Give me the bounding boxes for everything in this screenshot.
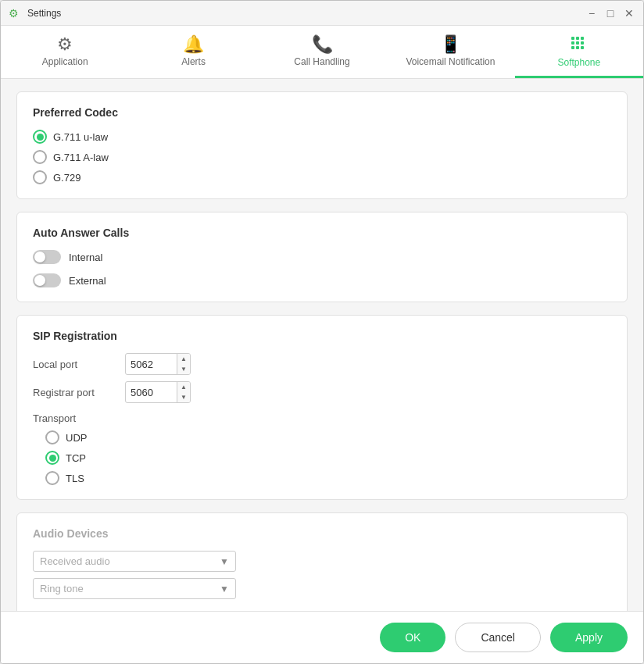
received-audio-dropdown[interactable]: Received audio ▼: [33, 551, 236, 572]
transport-label: Transport: [33, 412, 611, 424]
codec-g711u-radio[interactable]: [33, 130, 47, 144]
ring-tone-label: Ring tone: [40, 583, 84, 594]
sip-fields: Local port ▲ ▼ Registrar port ▲: [33, 353, 611, 403]
tab-application-label: Application: [42, 56, 88, 67]
external-toggle-label: External: [69, 275, 106, 287]
preferred-codec-title: Preferred Codec: [33, 106, 611, 119]
tab-voicemail[interactable]: 📱 Voicemail Notification: [386, 26, 514, 78]
svg-rect-0: [571, 37, 574, 40]
ring-tone-dropdown[interactable]: Ring tone ▼: [33, 578, 236, 599]
codec-g711a-label: G.711 A-law: [53, 152, 109, 163]
tab-alerts-label: Alerts: [181, 56, 206, 67]
registrar-port-label: Registrar port: [33, 387, 119, 398]
preferred-codec-card: Preferred Codec G.711 u-law G.711 A-law …: [16, 91, 628, 199]
softphone-tab-icon: [570, 35, 589, 54]
transport-tls-label: TLS: [66, 473, 84, 484]
audio-devices-card: Audio Devices Received audio ▼ Ring tone…: [16, 512, 628, 611]
window-title: Settings: [27, 8, 585, 19]
tab-softphone-label: Softphone: [557, 57, 600, 68]
registrar-port-input-wrap: ▲ ▼: [125, 381, 191, 403]
transport-udp-radio[interactable]: [45, 430, 59, 444]
svg-rect-4: [576, 41, 579, 45]
svg-rect-3: [571, 41, 574, 45]
tab-alerts[interactable]: 🔔 Alerts: [129, 26, 257, 78]
settings-window: ⚙ Settings − □ ✕ ⚙ Application 🔔 Alerts …: [0, 0, 644, 664]
external-toggle[interactable]: [33, 273, 61, 287]
window-controls: − □ ✕: [585, 7, 635, 20]
auto-answer-internal: Internal: [33, 250, 611, 264]
codec-g711a[interactable]: G.711 A-law: [33, 150, 611, 164]
maximize-button[interactable]: □: [604, 7, 617, 20]
codec-g711u[interactable]: G.711 u-law: [33, 130, 611, 144]
codec-g729[interactable]: G.729: [33, 170, 611, 184]
codec-radio-group: G.711 u-law G.711 A-law G.729: [33, 130, 611, 184]
voicemail-tab-icon: 📱: [440, 36, 461, 53]
transport-tls-radio[interactable]: [45, 471, 59, 485]
received-audio-arrow-icon: ▼: [220, 556, 229, 567]
ring-tone-arrow-icon: ▼: [220, 584, 229, 594]
sip-registration-card: SIP Registration Local port ▲ ▼ Registra…: [16, 315, 628, 500]
app-icon: ⚙: [9, 7, 21, 20]
alerts-tab-icon: 🔔: [183, 36, 204, 53]
svg-rect-7: [576, 46, 579, 49]
registrar-port-field: Registrar port ▲ ▼: [33, 381, 611, 403]
transport-udp[interactable]: UDP: [45, 430, 611, 444]
local-port-input[interactable]: [126, 356, 177, 373]
svg-rect-1: [576, 37, 579, 40]
internal-toggle[interactable]: [33, 250, 61, 264]
transport-radio-group: UDP TCP TLS: [33, 430, 611, 485]
received-audio-label: Received audio: [40, 555, 110, 567]
call-handling-tab-icon: 📞: [312, 36, 333, 53]
minimize-button[interactable]: −: [585, 7, 598, 20]
registrar-port-input[interactable]: [126, 384, 177, 401]
sip-registration-title: SIP Registration: [33, 330, 611, 342]
auto-answer-title: Auto Answer Calls: [33, 227, 611, 239]
tab-application[interactable]: ⚙ Application: [1, 26, 129, 78]
ok-button[interactable]: OK: [380, 623, 445, 652]
tab-call-handling-label: Call Handling: [294, 56, 349, 67]
cancel-button[interactable]: Cancel: [455, 623, 541, 652]
transport-tcp-radio[interactable]: [45, 451, 59, 465]
local-port-down[interactable]: ▼: [177, 364, 190, 374]
svg-rect-2: [581, 37, 584, 40]
codec-g729-label: G.729: [53, 172, 80, 184]
apply-button[interactable]: Apply: [550, 623, 628, 652]
svg-rect-5: [581, 41, 584, 45]
tab-softphone[interactable]: Softphone: [515, 26, 643, 78]
audio-devices-title: Audio Devices: [33, 527, 611, 540]
title-bar: ⚙ Settings − □ ✕: [1, 1, 643, 26]
local-port-field: Local port ▲ ▼: [33, 353, 611, 375]
close-button[interactable]: ✕: [623, 7, 635, 20]
auto-answer-card: Auto Answer Calls Internal External: [16, 212, 628, 302]
svg-rect-8: [581, 46, 584, 49]
transport-tcp-label: TCP: [66, 452, 86, 464]
auto-answer-external: External: [33, 273, 611, 287]
application-tab-icon: ⚙: [57, 36, 73, 53]
transport-udp-label: UDP: [66, 432, 87, 444]
internal-toggle-label: Internal: [69, 252, 102, 263]
codec-g729-radio[interactable]: [33, 170, 47, 184]
codec-g711u-label: G.711 u-law: [53, 131, 108, 143]
tab-call-handling[interactable]: 📞 Call Handling: [258, 26, 386, 78]
transport-tls[interactable]: TLS: [45, 471, 611, 485]
local-port-up[interactable]: ▲: [177, 354, 190, 364]
local-port-label: Local port: [33, 359, 119, 370]
svg-rect-6: [571, 46, 574, 49]
footer: OK Cancel Apply: [1, 611, 643, 663]
registrar-port-up[interactable]: ▲: [177, 382, 190, 392]
content-area: Preferred Codec G.711 u-law G.711 A-law …: [1, 79, 643, 611]
registrar-port-down[interactable]: ▼: [177, 392, 190, 402]
auto-answer-toggle-group: Internal External: [33, 250, 611, 287]
registrar-port-spinners: ▲ ▼: [177, 382, 190, 402]
local-port-input-wrap: ▲ ▼: [125, 353, 191, 375]
tab-voicemail-label: Voicemail Notification: [406, 56, 495, 67]
transport-tcp[interactable]: TCP: [45, 451, 611, 465]
local-port-spinners: ▲ ▼: [177, 354, 190, 374]
codec-g711a-radio[interactable]: [33, 150, 47, 164]
tab-navigation: ⚙ Application 🔔 Alerts 📞 Call Handling 📱…: [1, 26, 643, 79]
